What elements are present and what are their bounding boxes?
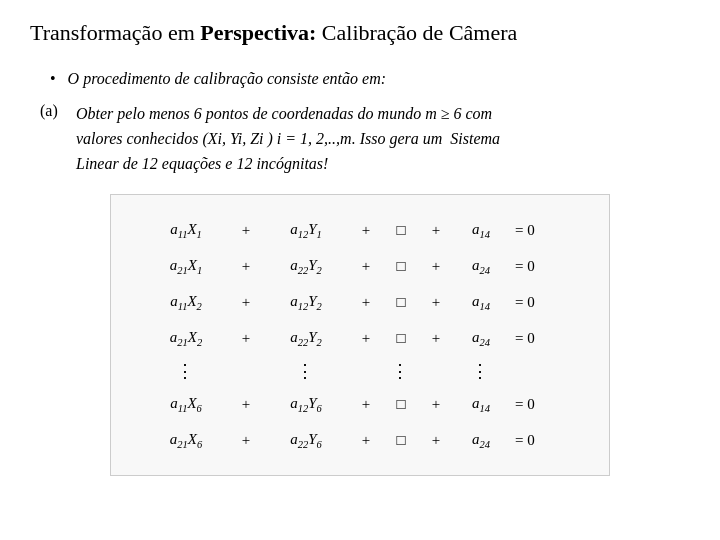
eq-7-result: = 0 [511, 432, 571, 449]
eq-1-4: a14 [451, 221, 511, 240]
eq-3-plus2: + [351, 294, 381, 311]
eq-7-1: a21X6 [141, 431, 231, 450]
eq-7-3: □ [381, 432, 421, 449]
eq-4-plus2: + [351, 330, 381, 347]
equation-row-6: a11X6 + a12Y6 + □ + a14 = 0 [141, 387, 579, 421]
eq-3-1: a11X2 [141, 293, 231, 312]
eq-3-plus3: + [421, 294, 451, 311]
item-a-label: (a) [40, 102, 68, 120]
eq-6-4: a14 [451, 395, 511, 414]
title-transformacao: Transformação em [30, 20, 200, 45]
item-a: (a) Obter pelo menos 6 pontos de coorden… [40, 102, 690, 176]
eq-7-plus3: + [421, 432, 451, 449]
title-perspectiva: Perspectiva [200, 20, 309, 45]
bullet-item: • O procedimento de calibração consiste … [50, 70, 690, 88]
eq-4-plus1: + [231, 330, 261, 347]
equation-row-7: a21X6 + a22Y6 + □ + a24 = 0 [141, 423, 579, 457]
vdots-1: ⋮ [141, 360, 231, 382]
eq-4-4: a24 [451, 329, 511, 348]
eq-2-plus2: + [351, 258, 381, 275]
eq-7-plus1: + [231, 432, 261, 449]
eq-2-1: a21X1 [141, 257, 231, 276]
eq-4-3: □ [381, 330, 421, 347]
eq-7-4: a24 [451, 431, 511, 450]
eq-1-1: a11X1 [141, 221, 231, 240]
eq-3-result: = 0 [511, 294, 571, 311]
vdots-3: ⋮ [381, 360, 421, 382]
eq-6-plus2: + [351, 396, 381, 413]
equation-row-4: a21X2 + a22Y2 + □ + a24 = 0 [141, 321, 579, 355]
title-calibracao: Calibração de Câmera [316, 20, 517, 45]
page-title: Transformação em Perspectiva: Calibração… [30, 20, 690, 46]
eq-3-4: a14 [451, 293, 511, 312]
eq-2-result: = 0 [511, 258, 571, 275]
equation-row-3: a11X2 + a12Y2 + □ + a14 = 0 [141, 285, 579, 319]
equation-system: a11X1 + a12Y1 + □ + a14 = 0 a21X1 + a22Y… [110, 194, 610, 476]
eq-3-2: a12Y2 [261, 293, 351, 312]
vdots-4: ⋮ [451, 360, 511, 382]
eq-3-plus1: + [231, 294, 261, 311]
bullet-text: O procedimento de calibração consiste en… [68, 70, 386, 88]
equation-vdots-row: ⋮ ⋮ ⋮ ⋮ [141, 357, 579, 385]
eq-4-result: = 0 [511, 330, 571, 347]
eq-4-1: a21X2 [141, 329, 231, 348]
eq-1-result: = 0 [511, 222, 571, 239]
bullet-dot: • [50, 70, 56, 88]
eq-4-2: a22Y2 [261, 329, 351, 348]
eq-3-3: □ [381, 294, 421, 311]
eq-1-plus1: + [231, 222, 261, 239]
item-a-text: Obter pelo menos 6 pontos de coordenadas… [76, 102, 500, 176]
eq-6-2: a12Y6 [261, 395, 351, 414]
equation-row-2: a21X1 + a22Y2 + □ + a24 = 0 [141, 249, 579, 283]
eq-1-2: a12Y1 [261, 221, 351, 240]
eq-7-2: a22Y6 [261, 431, 351, 450]
eq-2-2: a22Y2 [261, 257, 351, 276]
eq-1-3: □ [381, 222, 421, 239]
eq-2-4: a24 [451, 257, 511, 276]
eq-2-plus1: + [231, 258, 261, 275]
eq-2-3: □ [381, 258, 421, 275]
eq-1-plus3: + [421, 222, 451, 239]
equation-row-1: a11X1 + a12Y1 + □ + a14 = 0 [141, 213, 579, 247]
eq-6-plus1: + [231, 396, 261, 413]
eq-6-1: a11X6 [141, 395, 231, 414]
eq-6-result: = 0 [511, 396, 571, 413]
eq-1-plus2: + [351, 222, 381, 239]
eq-2-plus3: + [421, 258, 451, 275]
eq-4-plus3: + [421, 330, 451, 347]
eq-6-plus3: + [421, 396, 451, 413]
eq-7-plus2: + [351, 432, 381, 449]
eq-6-3: □ [381, 396, 421, 413]
vdots-2: ⋮ [261, 360, 351, 382]
